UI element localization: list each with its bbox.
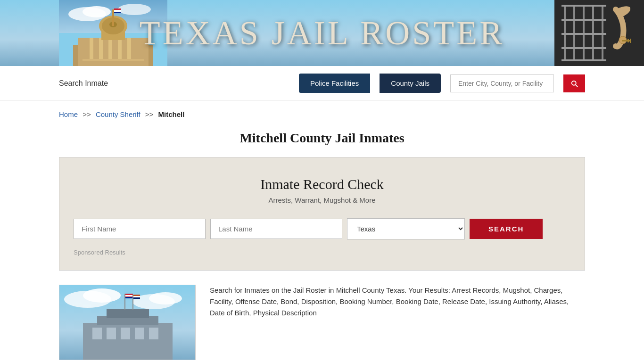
svg-rect-58 — [133, 297, 140, 299]
svg-rect-6 — [73, 45, 78, 66]
svg-point-42 — [149, 292, 182, 304]
svg-rect-9 — [80, 61, 146, 64]
record-search-button[interactable]: SEARCH — [470, 219, 543, 239]
search-inmate-label: Search Inmate — [59, 79, 108, 88]
page-title: Mitchell County Jail Inmates — [0, 123, 644, 157]
bottom-section: Search for Inmates on the Jail Roster in… — [0, 271, 644, 362]
svg-rect-50 — [149, 328, 158, 339]
svg-rect-8 — [83, 59, 144, 61]
breadcrumb-sep-2: >> — [145, 110, 154, 118]
police-facilities-button[interactable]: Police Facilities — [299, 74, 370, 93]
svg-rect-13 — [118, 38, 122, 59]
search-icon — [570, 79, 578, 88]
svg-rect-48 — [121, 328, 130, 339]
record-check-box: Inmate Record Check Arrests, Warrant, Mu… — [59, 157, 585, 271]
svg-rect-30 — [561, 19, 606, 21]
svg-rect-31 — [561, 33, 606, 35]
svg-rect-51 — [124, 294, 125, 310]
breadcrumb-current: Mitchell — [158, 110, 185, 118]
record-check-title: Inmate Record Check — [74, 176, 570, 192]
svg-rect-19 — [112, 9, 114, 26]
svg-rect-29 — [561, 5, 606, 7]
county-jails-button[interactable]: County Jails — [380, 74, 441, 93]
svg-rect-22 — [114, 12, 121, 13]
facility-search-button[interactable] — [563, 74, 585, 92]
sponsored-results-label: Sponsored Results — [74, 249, 570, 256]
svg-rect-46 — [92, 328, 102, 339]
last-name-input[interactable] — [210, 219, 342, 239]
header-banner: Texas Jail Roster — [0, 0, 644, 66]
svg-rect-53 — [125, 295, 133, 296]
svg-rect-54 — [125, 297, 133, 298]
state-select[interactable]: Texas Alabama Alaska Arizona Arkansas Ca… — [347, 218, 465, 239]
svg-point-3 — [83, 6, 111, 17]
svg-rect-49 — [135, 328, 144, 339]
navbar: Search Inmate Police Facilities County J… — [0, 66, 644, 101]
breadcrumb: Home >> County Sheriff >> Mitchell — [0, 101, 644, 123]
svg-rect-36 — [627, 39, 629, 42]
record-check-subtitle: Arrests, Warrant, Mugshot & More — [74, 196, 570, 204]
svg-rect-47 — [107, 328, 116, 339]
facility-image — [59, 285, 196, 360]
svg-rect-32 — [561, 47, 606, 49]
svg-rect-21 — [114, 10, 121, 12]
first-name-input[interactable] — [74, 219, 206, 239]
record-check-form: Texas Alabama Alaska Arizona Arkansas Ca… — [74, 218, 570, 239]
svg-rect-37 — [630, 39, 631, 43]
svg-rect-33 — [561, 59, 606, 61]
breadcrumb-sep-1: >> — [83, 110, 91, 118]
breadcrumb-county-sheriff[interactable]: County Sheriff — [96, 110, 140, 118]
svg-rect-14 — [127, 38, 131, 59]
svg-rect-12 — [108, 38, 112, 59]
svg-rect-45 — [107, 309, 149, 318]
svg-rect-57 — [133, 296, 140, 297]
banner-title: Texas Jail Roster — [140, 14, 504, 53]
svg-rect-55 — [132, 295, 133, 310]
facility-search-input[interactable] — [450, 74, 554, 92]
breadcrumb-home[interactable]: Home — [59, 110, 78, 118]
svg-point-40 — [83, 288, 121, 303]
svg-rect-10 — [90, 38, 93, 59]
bottom-description: Search for Inmates on the Jail Roster in… — [210, 285, 585, 319]
svg-rect-11 — [99, 38, 103, 59]
